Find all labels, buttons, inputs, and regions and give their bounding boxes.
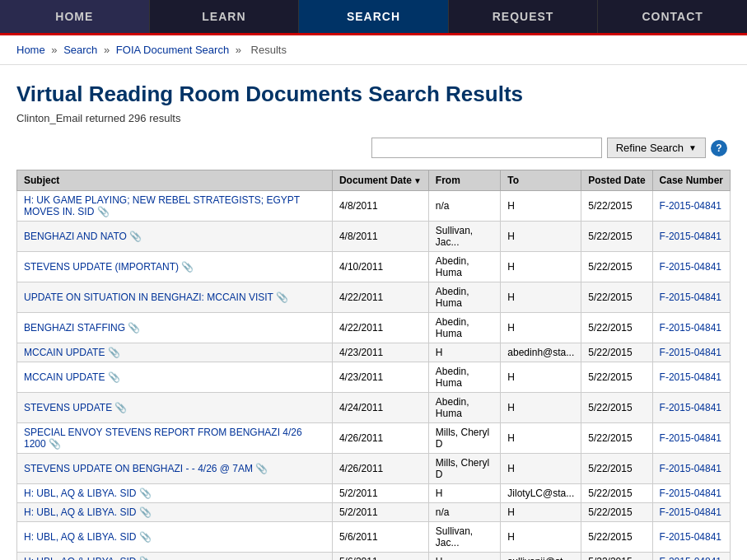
attachment-icon[interactable]: 📎 <box>94 206 109 217</box>
to-cell: abedinh@sta... <box>501 343 581 362</box>
subtitle: Clinton_Email returned 296 results <box>16 112 731 124</box>
case-cell[interactable]: F-2015-04841 <box>652 282 730 313</box>
subject-link[interactable]: MCCAIN UPDATE <box>24 347 105 358</box>
breadcrumb-separator: » <box>100 44 112 56</box>
posted-cell: 5/22/2015 <box>581 503 652 522</box>
subject-cell: BENGHAZI STAFFING 📎 <box>17 313 333 343</box>
nav-item-learn[interactable]: LEARN <box>150 0 300 33</box>
breadcrumb-current: Results <box>251 44 287 56</box>
case-cell[interactable]: F-2015-04841 <box>652 393 730 423</box>
attachment-icon[interactable]: 📎 <box>179 261 194 273</box>
from-cell: Abedin, Huma <box>428 282 501 313</box>
subject-link[interactable]: H: UK GAME PLAYING; NEW REBEL STRATEGIST… <box>24 194 300 217</box>
from-cell: Mills, Cheryl D <box>428 454 501 484</box>
case-cell[interactable]: F-2015-04841 <box>652 222 730 252</box>
case-cell[interactable]: F-2015-04841 <box>652 423 730 454</box>
nav-item-request[interactable]: REQUEST <box>449 0 599 33</box>
case-cell[interactable]: F-2015-04841 <box>652 454 730 484</box>
search-input[interactable] <box>371 138 602 158</box>
posted-cell: 5/22/2015 <box>581 454 652 484</box>
subject-cell: H: UBL, AQ & LIBYA. SID 📎 <box>17 503 333 522</box>
subject-link[interactable]: STEVENS UPDATE ON BENGHAZI - - 4/26 @ 7A… <box>24 463 253 474</box>
subject-link[interactable]: H: UBL, AQ & LIBYA. SID <box>24 531 137 543</box>
subject-cell: H: UBL, AQ & LIBYA. SID 📎 <box>17 484 333 503</box>
table-row: H: UBL, AQ & LIBYA. SID 📎5/2/2011HJiloty… <box>17 484 731 503</box>
attachment-icon[interactable]: 📎 <box>137 531 152 543</box>
to-cell: H <box>501 393 581 423</box>
attachment-icon[interactable]: 📎 <box>253 463 268 474</box>
case-number-link[interactable]: F-2015-04841 <box>660 292 721 303</box>
subject-link[interactable]: H: UBL, AQ & LIBYA. SID <box>24 488 137 499</box>
attachment-icon[interactable]: 📎 <box>137 556 152 560</box>
subject-link[interactable]: SPECIAL ENVOY STEVENS REPORT FROM BENGHA… <box>24 427 302 450</box>
attachment-icon[interactable]: 📎 <box>125 322 140 334</box>
subject-link[interactable]: H: UBL, AQ & LIBYA. SID <box>24 556 137 560</box>
attachment-icon[interactable]: 📎 <box>273 292 288 303</box>
case-cell[interactable]: F-2015-04841 <box>652 503 730 522</box>
nav-item-home[interactable]: HOME <box>0 0 150 33</box>
attachment-icon[interactable]: 📎 <box>137 488 152 499</box>
breadcrumb-link-home[interactable]: Home <box>16 44 45 56</box>
attachment-icon[interactable]: 📎 <box>46 438 61 450</box>
nav-item-contact[interactable]: CONTACT <box>598 0 747 33</box>
nav-item-search[interactable]: SEARCH <box>299 0 449 33</box>
subject-link[interactable]: STEVENS UPDATE (IMPORTANT) <box>24 261 179 273</box>
subject-link[interactable]: H: UBL, AQ & LIBYA. SID <box>24 506 137 518</box>
breadcrumb-link-search[interactable]: Search <box>63 44 97 56</box>
case-number-link[interactable]: F-2015-04841 <box>660 402 721 413</box>
case-cell[interactable]: F-2015-04841 <box>652 362 730 393</box>
attachment-icon[interactable]: 📎 <box>137 506 152 518</box>
subject-link[interactable]: BENGHAZI STAFFING <box>24 322 125 334</box>
doc_date-cell: 4/22/2011 <box>332 282 428 313</box>
table-row: SPECIAL ENVOY STEVENS REPORT FROM BENGHA… <box>17 423 731 454</box>
refine-search-button[interactable]: Refine Search ▼ <box>607 138 706 158</box>
to-cell: H <box>501 362 581 393</box>
posted-cell: 5/22/2015 <box>581 313 652 343</box>
case-number-link[interactable]: F-2015-04841 <box>660 200 721 212</box>
info-icon[interactable]: ? <box>711 140 727 156</box>
case-cell[interactable]: F-2015-04841 <box>652 313 730 343</box>
case-cell[interactable]: F-2015-04841 <box>652 252 730 282</box>
case-number-link[interactable]: F-2015-04841 <box>660 488 721 499</box>
attachment-icon[interactable]: 📎 <box>127 231 142 242</box>
attachment-icon[interactable]: 📎 <box>105 347 119 358</box>
case-cell[interactable]: F-2015-04841 <box>652 484 730 503</box>
breadcrumb-link-foia-document-search[interactable]: FOIA Document Search <box>116 44 229 56</box>
case-number-link[interactable]: F-2015-04841 <box>660 231 721 242</box>
col-header-from: From <box>428 170 501 191</box>
subject-link[interactable]: MCCAIN UPDATE <box>24 371 105 383</box>
case-number-link[interactable]: F-2015-04841 <box>660 531 721 543</box>
from-cell: n/a <box>428 191 501 222</box>
sort-arrow-icon: ▼ <box>413 176 422 185</box>
subject-link[interactable]: STEVENS UPDATE <box>24 402 112 413</box>
doc_date-cell: 4/22/2011 <box>332 313 428 343</box>
from-cell: Mills, Cheryl D <box>428 423 501 454</box>
attachment-icon[interactable]: 📎 <box>105 371 119 383</box>
case-cell[interactable]: F-2015-04841 <box>652 553 730 561</box>
table-row: H: UK GAME PLAYING; NEW REBEL STRATEGIST… <box>17 191 731 222</box>
posted-cell: 5/22/2015 <box>581 222 652 252</box>
case-number-link[interactable]: F-2015-04841 <box>660 463 721 474</box>
breadcrumb: Home » Search » FOIA Document Search » R… <box>0 35 747 65</box>
doc_date-cell: 5/2/2011 <box>332 484 428 503</box>
case-number-link[interactable]: F-2015-04841 <box>660 432 721 444</box>
posted-cell: 5/22/2015 <box>581 343 652 362</box>
table-row: UPDATE ON SITUATION IN BENGHAZI: MCCAIN … <box>17 282 731 313</box>
case-number-link[interactable]: F-2015-04841 <box>660 261 721 273</box>
case-number-link[interactable]: F-2015-04841 <box>660 371 721 383</box>
col-header-document-date[interactable]: Document Date▼ <box>332 170 428 191</box>
case-number-link[interactable]: F-2015-04841 <box>660 556 721 560</box>
case-cell[interactable]: F-2015-04841 <box>652 343 730 362</box>
from-cell: Sullivan, Jac... <box>428 522 501 553</box>
case-cell[interactable]: F-2015-04841 <box>652 522 730 553</box>
case-number-link[interactable]: F-2015-04841 <box>660 347 721 358</box>
case-number-link[interactable]: F-2015-04841 <box>660 506 721 518</box>
subject-link[interactable]: BENGHAZI AND NATO <box>24 231 127 242</box>
doc_date-cell: 4/10/2011 <box>332 252 428 282</box>
subject-link[interactable]: UPDATE ON SITUATION IN BENGHAZI: MCCAIN … <box>24 292 273 303</box>
refine-search-label: Refine Search <box>616 142 684 154</box>
from-cell: n/a <box>428 503 501 522</box>
case-number-link[interactable]: F-2015-04841 <box>660 322 721 334</box>
case-cell[interactable]: F-2015-04841 <box>652 191 730 222</box>
attachment-icon[interactable]: 📎 <box>112 402 127 413</box>
